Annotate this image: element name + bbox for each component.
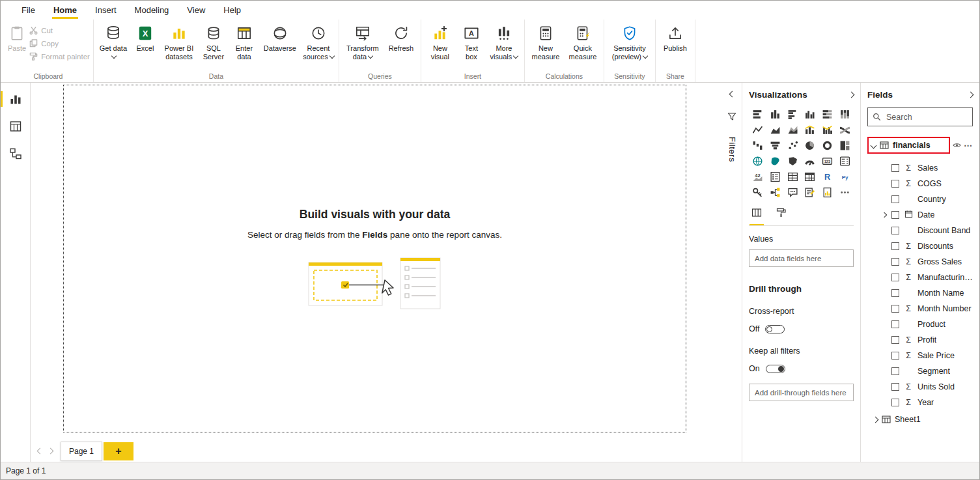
sensitivity-button[interactable]: Sensitivity (preview) — [608, 21, 652, 71]
field-row[interactable]: Discount Band — [867, 223, 973, 238]
copy-button[interactable]: Copy — [29, 39, 90, 48]
refresh-button[interactable]: Refresh — [385, 21, 417, 71]
field-row[interactable]: ΣYear — [867, 395, 973, 410]
field-checkbox[interactable] — [891, 242, 899, 250]
model-view-button[interactable] — [1, 143, 30, 165]
field-row[interactable]: Month Name — [867, 285, 973, 301]
donut-chart-icon[interactable] — [819, 139, 835, 152]
field-row[interactable]: ΣMonth Number — [867, 301, 973, 317]
report-view-button[interactable] — [1, 88, 30, 110]
field-checkbox[interactable] — [891, 180, 899, 188]
quick-measure-button[interactable]: Quick measure — [565, 21, 600, 71]
matrix-icon[interactable] — [802, 170, 818, 184]
filters-pane-label[interactable]: Filters — [727, 137, 737, 162]
kpi-icon[interactable]: 42 — [749, 170, 766, 184]
field-row[interactable]: ΣDiscounts — [867, 238, 973, 254]
field-checkbox[interactable] — [891, 367, 899, 375]
collapse-table-chevron[interactable] — [871, 142, 877, 148]
sheet1-table-row[interactable]: Sheet1 — [867, 412, 973, 427]
field-row[interactable]: ΣSales — [867, 160, 973, 176]
drill-through-field-well[interactable]: Add drill-through fields here — [749, 384, 854, 401]
publish-button[interactable]: Publish — [659, 21, 692, 71]
field-checkbox[interactable] — [891, 399, 899, 406]
menu-item-help[interactable]: Help — [214, 1, 250, 20]
get-data-button[interactable]: Get data — [97, 21, 130, 71]
format-tab[interactable] — [776, 208, 787, 225]
menu-item-file[interactable]: File — [12, 1, 44, 20]
collapse-visualizations-pane-chevron[interactable] — [848, 91, 855, 98]
area-chart-icon[interactable] — [767, 123, 783, 137]
values-field-well[interactable]: Add data fields here — [749, 249, 854, 267]
report-page-canvas[interactable]: Build visuals with your data Select or d… — [63, 85, 686, 432]
menu-item-modeling[interactable]: Modeling — [126, 1, 178, 20]
format-painter-button[interactable]: Format painter — [29, 52, 90, 61]
field-checkbox[interactable] — [891, 274, 899, 281]
slicer-icon[interactable] — [767, 170, 783, 184]
multi-row-card-icon[interactable] — [837, 154, 853, 168]
field-checkbox[interactable] — [891, 352, 899, 360]
r-script-visual-icon[interactable]: R — [819, 170, 835, 184]
data-view-button[interactable] — [1, 115, 30, 137]
waterfall-chart-icon[interactable] — [749, 139, 766, 152]
map-icon[interactable] — [749, 154, 766, 168]
scatter-chart-icon[interactable] — [785, 139, 801, 152]
fields-tab[interactable] — [751, 208, 762, 225]
fields-search-input[interactable] — [885, 112, 968, 122]
funnel-chart-icon[interactable] — [767, 139, 783, 152]
paginated-report-icon[interactable] — [819, 186, 835, 199]
excel-button[interactable]: X Excel — [132, 21, 159, 71]
smart-narrative-icon[interactable] — [802, 186, 818, 199]
expand-filters-pane-chevron[interactable] — [729, 91, 735, 98]
previous-page-arrow[interactable] — [35, 445, 45, 457]
collapse-fields-pane-chevron[interactable] — [968, 91, 974, 98]
cross-report-toggle[interactable] — [765, 325, 785, 333]
field-row[interactable]: ΣGross Sales — [867, 254, 973, 270]
new-visual-button[interactable]: New visual — [425, 21, 456, 71]
field-checkbox[interactable] — [891, 305, 899, 313]
pie-chart-icon[interactable] — [802, 139, 818, 152]
line-chart-icon[interactable] — [749, 123, 766, 137]
more-options-icon[interactable] — [837, 186, 853, 199]
field-row[interactable]: Date — [867, 207, 973, 223]
stacked-column-chart-icon[interactable] — [767, 107, 783, 121]
transform-data-button[interactable]: Transform data — [343, 21, 383, 71]
page-tab[interactable]: Page 1 — [61, 442, 102, 461]
field-checkbox[interactable] — [891, 258, 899, 266]
cut-button[interactable]: Cut — [29, 26, 90, 35]
field-row[interactable]: ΣSale Price — [867, 348, 973, 363]
new-measure-button[interactable]: New measure — [528, 21, 563, 71]
field-checkbox[interactable] — [891, 211, 899, 219]
field-checkbox[interactable] — [891, 195, 899, 203]
new-page-button[interactable]: + — [104, 442, 133, 460]
field-row[interactable]: ΣManufacturing Pr... — [867, 270, 973, 285]
clustered-column-chart-icon[interactable] — [802, 107, 818, 121]
expand-table-chevron[interactable] — [873, 416, 879, 423]
text-box-button[interactable]: A Text box — [458, 21, 485, 71]
field-checkbox[interactable] — [891, 227, 899, 234]
field-row[interactable]: ΣUnits Sold — [867, 379, 973, 395]
treemap-icon[interactable] — [837, 139, 853, 152]
menu-item-home[interactable]: Home — [44, 1, 86, 20]
field-checkbox[interactable] — [891, 320, 899, 328]
recent-sources-button[interactable]: Recent sources — [301, 21, 335, 71]
financials-table-row[interactable]: financials — [867, 137, 950, 154]
field-checkbox[interactable] — [891, 164, 899, 172]
paste-button[interactable]: Paste — [7, 21, 27, 71]
enter-data-button[interactable]: Enter data — [230, 21, 259, 71]
show-hide-eye-icon[interactable] — [953, 142, 961, 148]
100-stacked-bar-chart-icon[interactable] — [819, 107, 835, 121]
next-page-arrow[interactable] — [45, 445, 55, 457]
dataverse-button[interactable]: Dataverse — [260, 21, 300, 71]
shape-map-icon[interactable] — [785, 154, 801, 168]
filled-map-icon[interactable] — [767, 154, 783, 168]
field-checkbox[interactable] — [891, 383, 899, 391]
clustered-bar-chart-icon[interactable] — [785, 107, 801, 121]
field-row[interactable]: Product — [867, 317, 973, 332]
ribbon-chart-icon[interactable] — [837, 123, 853, 137]
100-stacked-column-chart-icon[interactable] — [837, 107, 853, 121]
more-visuals-button[interactable]: More visuals — [487, 21, 521, 71]
menu-item-insert[interactable]: Insert — [86, 1, 126, 20]
expand-field-chevron[interactable] — [882, 212, 887, 218]
field-checkbox[interactable] — [891, 336, 899, 344]
line-and-clustered-column-chart-icon[interactable] — [819, 123, 835, 137]
